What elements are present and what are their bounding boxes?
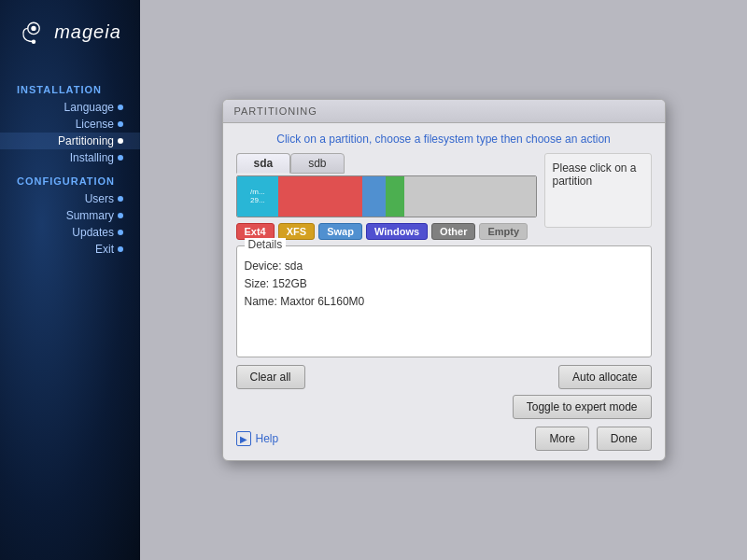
partition-segment-4[interactable] <box>404 176 536 217</box>
legend-swap[interactable]: Swap <box>318 223 362 240</box>
clear-all-button[interactable]: Clear all <box>236 365 305 389</box>
sidebar-item-users[interactable]: Users <box>0 190 140 207</box>
sidebar-item-language[interactable]: Language <box>0 99 140 116</box>
legend-windows[interactable]: Windows <box>366 223 428 240</box>
sidebar-dot <box>118 105 123 110</box>
sidebar-item-summary[interactable]: Summary <box>0 207 140 224</box>
disk-tab-sda[interactable]: sda <box>236 153 291 174</box>
help-icon: ▶ <box>236 431 251 446</box>
sidebar-item-license[interactable]: License <box>0 116 140 133</box>
action-buttons-row1: Clear all Auto allocate <box>236 365 652 389</box>
details-legend: Details <box>245 238 287 251</box>
disk-tabs: sda sdb <box>236 153 537 174</box>
details-name: Name: Maxtor 6L160M0 <box>245 293 643 311</box>
more-button[interactable]: More <box>535 427 588 451</box>
main-area: PARTITIONING Click on a partition, choos… <box>140 0 747 560</box>
auto-allocate-button[interactable]: Auto allocate <box>558 365 651 389</box>
sidebar-dot <box>118 246 123 252</box>
sidebar-item-label: Language <box>64 101 114 114</box>
sidebar-item-label: Partitioning <box>58 134 114 147</box>
sidebar: mageia INSTALLATION Language License Par… <box>0 0 140 560</box>
sidebar-item-exit[interactable]: Exit <box>0 241 140 258</box>
details-content: Device: sda Size: 152GB Name: Maxtor 6L1… <box>245 258 643 312</box>
sidebar-dot <box>118 196 123 202</box>
mageia-logo-icon <box>19 17 49 47</box>
right-info-panel: Please click on a partition <box>544 153 652 228</box>
legend-empty[interactable]: Empty <box>479 223 528 240</box>
sidebar-dot <box>118 121 123 127</box>
sidebar-item-installing[interactable]: Installing <box>0 149 140 166</box>
svg-point-1 <box>32 26 36 31</box>
partition-bar[interactable]: /m...29... <box>236 175 537 217</box>
sidebar-item-label: Summary <box>66 209 114 222</box>
legend-other[interactable]: Other <box>431 223 475 240</box>
sidebar-item-label: Updates <box>72 226 114 239</box>
sidebar-item-updates[interactable]: Updates <box>0 224 140 241</box>
partition-segment-3[interactable] <box>386 176 403 217</box>
sidebar-item-label: Installing <box>70 151 114 164</box>
sidebar-dot <box>118 213 123 218</box>
disk-tab-sdb[interactable]: sdb <box>290 153 344 174</box>
dialog-body: Click on a partition, choose a filesyste… <box>223 123 665 460</box>
sidebar-item-label: Users <box>85 192 114 205</box>
help-label: Help <box>256 432 279 445</box>
logo-text: mageia <box>54 21 121 43</box>
sidebar-item-partitioning[interactable]: Partitioning <box>0 133 140 149</box>
details-size: Size: 152GB <box>245 275 643 293</box>
partition-segment-2[interactable] <box>362 176 387 217</box>
partition-segment-1[interactable] <box>278 176 362 217</box>
partitioning-dialog: PARTITIONING Click on a partition, choos… <box>222 99 666 461</box>
bottom-buttons: More Done <box>535 427 651 451</box>
configuration-section-title: CONFIGURATION <box>0 175 140 187</box>
sidebar-dot <box>118 138 123 144</box>
help-link[interactable]: ▶ Help <box>236 431 279 446</box>
partition-segment-0[interactable]: /m...29... <box>237 176 279 217</box>
svg-point-2 <box>32 39 35 43</box>
details-group: Details Device: sda Size: 152GB Name: Ma… <box>236 245 652 357</box>
right-info-text: Please click on a partition <box>553 161 637 188</box>
sidebar-dot <box>118 155 123 161</box>
sidebar-dot <box>118 230 123 235</box>
details-device: Device: sda <box>245 258 643 275</box>
sidebar-item-label: License <box>76 118 114 131</box>
done-button[interactable]: Done <box>597 427 652 451</box>
bottom-row: ▶ Help More Done <box>236 427 652 451</box>
toggle-expert-button[interactable]: Toggle to expert mode <box>513 395 652 419</box>
dialog-titlebar: PARTITIONING <box>223 100 665 123</box>
sidebar-item-label: Exit <box>95 243 114 256</box>
installation-section-title: INSTALLATION <box>0 84 140 95</box>
logo-area: mageia <box>19 17 121 47</box>
dialog-subtitle: Click on a partition, choose a filesyste… <box>236 133 652 146</box>
